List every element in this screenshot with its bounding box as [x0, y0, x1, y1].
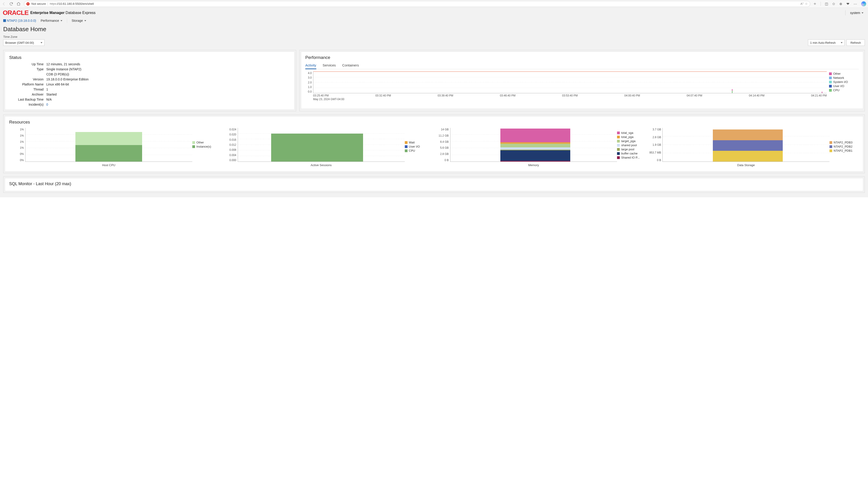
chevron-down-icon	[862, 13, 863, 14]
database-icon	[3, 19, 6, 22]
x-tick: 04:00:40 PM	[624, 94, 640, 97]
y-tick: 1%	[11, 134, 24, 137]
legend-buffer-cache: buffer cache	[621, 152, 638, 155]
legend-wait: Wait	[409, 141, 415, 144]
url-separator	[48, 2, 48, 5]
sql-monitor-title: SQL Monitor - Last Hour (20 max)	[9, 181, 859, 186]
y-tick: 0 B	[648, 158, 661, 162]
split-screen-icon[interactable]: ◫	[825, 2, 828, 6]
autorefresh-select[interactable]: 1 min Auto-Refresh	[808, 40, 845, 46]
sub-nav: NTAP2 (19.18.0.0.0) Performance Storage	[0, 17, 868, 25]
not-secure-icon	[26, 2, 30, 5]
tab-activity[interactable]: Activity	[305, 62, 316, 69]
home-icon[interactable]	[17, 2, 21, 6]
activity-legend: Other Network System I/O User I/O CPU	[829, 71, 859, 105]
x-tick: 03:32:40 PM	[375, 94, 391, 97]
y-tick: 0.024	[223, 128, 236, 131]
y-tick: 5.6 GB	[436, 146, 449, 149]
refresh-icon[interactable]	[9, 2, 13, 6]
y-tick: 0.000	[223, 158, 236, 162]
status-panel: Status Up Time 12 minutes, 21 seconds Ty…	[5, 52, 295, 110]
back-icon[interactable]	[2, 2, 6, 6]
nav-performance[interactable]: Performance	[40, 18, 63, 23]
collections-icon[interactable]: ⊕	[839, 2, 842, 6]
activity-plot	[313, 72, 827, 93]
legend-other: Other	[196, 141, 204, 144]
x-tick: 03:25:40 PM	[313, 94, 329, 97]
y-tick: 2.8 GB	[436, 152, 449, 155]
legend-shared-pool: shared pool	[621, 144, 637, 147]
chevron-down-icon	[60, 20, 63, 21]
uptime-label: Up Time	[9, 62, 44, 66]
archiver-value: Started	[46, 93, 290, 96]
type2-value: CDB (3 PDB(s))	[46, 72, 290, 76]
tab-containers[interactable]: Containers	[342, 62, 359, 69]
legend-pdb3: NTAP2_PDB3	[834, 141, 852, 144]
legend-large-pool: large pool	[621, 148, 634, 151]
browser-toolbar: Not secure https://10.61.180.8:5500/em/s…	[0, 0, 868, 8]
y-tick: 0%	[11, 158, 24, 162]
more-icon[interactable]: ⋯	[853, 2, 857, 6]
legend-pdb1: NTAP2_PDB1	[834, 149, 852, 152]
url-proto: https	[50, 2, 56, 5]
memory-chart[interactable]: 14 GB 11.2 GB 8.4 GB 5.6 GB 2.8 GB 0 B	[436, 127, 617, 168]
nav-storage[interactable]: Storage	[71, 18, 86, 23]
y-tick: 4.0	[305, 72, 312, 75]
y-tick: 1.9 GB	[648, 143, 661, 146]
extensions-icon[interactable]: ✧	[814, 2, 816, 6]
platform-label: Platform Name	[9, 82, 44, 86]
legend-pdb2: NTAP2_PDB2	[834, 145, 852, 148]
y-tick: 11.2 GB	[436, 134, 449, 137]
user-menu[interactable]: system	[845, 10, 865, 15]
favorites-bar-icon[interactable]: ✩	[832, 2, 835, 6]
legend-system-io: System I/O	[833, 80, 848, 84]
activity-date: May 23, 2024 GMT-04:00	[313, 98, 344, 101]
copilot-icon[interactable]	[861, 1, 866, 6]
incident-link[interactable]: 0	[46, 103, 290, 106]
tab-services[interactable]: Services	[323, 62, 336, 69]
read-aloud-icon[interactable]: A»	[800, 2, 803, 5]
host-cpu-chart[interactable]: 1% 1% 1% 1% 0% 0%	[11, 127, 192, 168]
x-tick: 03:39:40 PM	[438, 94, 453, 97]
x-tick: 03:53:40 PM	[562, 94, 578, 97]
chevron-down-icon	[41, 42, 42, 43]
active-sessions-title: Active Sessions	[238, 164, 405, 167]
timezone-select[interactable]: Browser (GMT-04:00)	[3, 40, 45, 46]
data-storage-title: Data Storage	[662, 164, 829, 167]
heart-icon[interactable]: ❤	[846, 2, 849, 6]
y-tick: 0.0	[305, 90, 312, 93]
activity-chart[interactable]: 4.0 3.0 2.0 1.0 0.0	[305, 71, 827, 105]
y-tick: 2.8 GB	[648, 136, 661, 139]
y-tick: 0.012	[223, 143, 236, 146]
y-tick: 1.0	[305, 85, 312, 89]
address-bar[interactable]: Not secure https://10.61.180.8:5500/em/s…	[24, 1, 810, 7]
browser-right-icons: ✧ ◫ ✩ ⊕ ❤ ⋯	[814, 1, 866, 6]
legend-user-io: User I/O	[833, 84, 844, 88]
chevron-down-icon	[84, 20, 86, 21]
activity-spike	[822, 92, 822, 93]
y-tick: 1%	[11, 146, 24, 149]
favorite-icon[interactable]: ☆	[805, 2, 808, 5]
data-storage-chart[interactable]: 3.7 GB 2.8 GB 1.9 GB 953.7 MB 0 B	[648, 127, 829, 168]
type-label: Type	[9, 67, 44, 71]
resources-panel: Resources 1% 1% 1% 1% 0% 0%	[5, 116, 863, 172]
y-tick: 8.4 GB	[436, 140, 449, 144]
y-tick: 0.008	[223, 148, 236, 151]
timezone-label: Time Zone	[3, 35, 45, 39]
refresh-button[interactable]: Refresh	[846, 40, 865, 46]
content-area: Status Up Time 12 minutes, 21 seconds Ty…	[0, 48, 868, 197]
active-sessions-chart[interactable]: 0.024 0.020 0.016 0.012 0.008 0.004 0.00…	[223, 127, 405, 168]
host-cpu-title: Host CPU	[25, 164, 192, 167]
not-secure-label: Not secure	[31, 2, 46, 5]
performance-panel: Performance Activity Services Containers…	[301, 52, 863, 109]
app-top-bar: ORACLE Enterprise Manager Database Expre…	[0, 8, 868, 17]
y-tick: 3.0	[305, 76, 312, 79]
y-tick: 0.016	[223, 138, 236, 141]
toolbar: Time Zone Browser (GMT-04:00) 1 min Auto…	[0, 35, 868, 48]
x-tick: 03:46:40 PM	[500, 94, 516, 97]
db-target-link[interactable]: NTAP2 (19.18.0.0.0)	[3, 19, 36, 22]
page-head: Database Home	[0, 25, 868, 35]
legend-other: Other	[833, 72, 841, 75]
y-tick: 14 GB	[436, 128, 449, 131]
url-rest: ://10.61.180.8:5500/em/shell	[56, 2, 94, 5]
